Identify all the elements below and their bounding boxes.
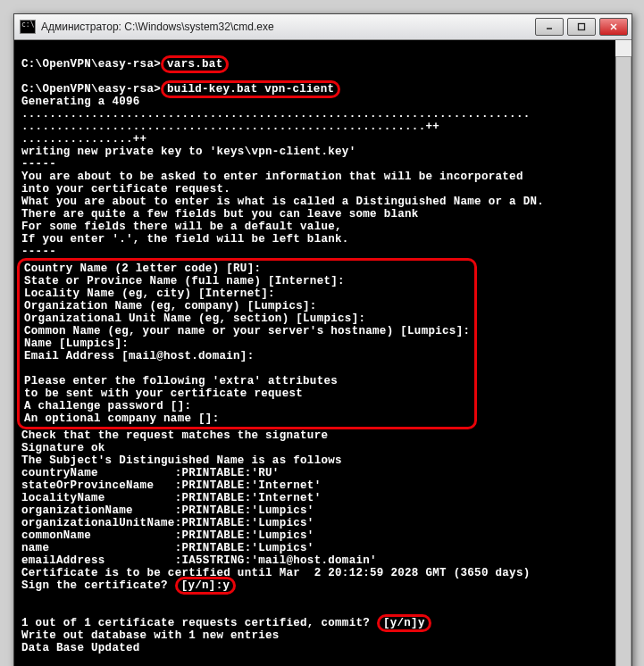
minimize-button[interactable] <box>535 18 564 36</box>
cmd-icon <box>20 20 36 34</box>
line: Organizational Unit Name (eg, section) [… <box>24 312 365 325</box>
scrollbar[interactable]: ▴ ▾ <box>615 40 631 666</box>
line: If you enter '.', the field will be left… <box>21 233 349 246</box>
window-title: Администратор: C:\Windows\system32\cmd.e… <box>41 21 531 33</box>
line: C:\OpenVPN\easy-rsa> <box>21 83 161 96</box>
line: Organization Name (eg, company) [Lumpics… <box>24 300 317 312</box>
line: Please enter the following 'extra' attri… <box>24 375 338 387</box>
line: ----- <box>21 246 56 258</box>
line: Common Name (eg, your name or your serve… <box>24 325 470 337</box>
cmd-window: Администратор: C:\Windows\system32\cmd.e… <box>13 13 632 666</box>
line: Locality Name (eg, city) [Internet]: <box>24 287 275 300</box>
line: Write out database with 1 new entries <box>21 629 280 642</box>
scroll-thumb[interactable] <box>615 56 631 666</box>
line: countryName :PRINTABLE:'RU' <box>21 467 280 479</box>
line: Email Address [mail@host.domain]: <box>24 350 254 362</box>
line: Sign the certificate? <box>21 579 175 592</box>
line: commonName :PRINTABLE:'Lumpics' <box>21 529 314 542</box>
terminal-output[interactable]: C:\OpenVPN\easy-rsa>vars.bat C:\OpenVPN\… <box>14 40 631 666</box>
titlebar[interactable]: Администратор: C:\Windows\system32\cmd.e… <box>14 14 631 40</box>
line: emailAddress :IA5STRING:'mail@host.domai… <box>21 554 377 567</box>
line: writing new private key to 'keys\vpn-cli… <box>21 146 355 158</box>
yn-highlight: [y/n]:y <box>175 577 237 595</box>
line: Name [Lumpics]: <box>24 337 129 350</box>
line: The Subject's Distinguished Name is as f… <box>21 454 342 467</box>
line: 1 out of 1 certificate requests certifie… <box>21 617 377 629</box>
line: stateOrProvinceName :PRINTABLE:'Internet… <box>21 479 321 492</box>
line: Check that the request matches the signa… <box>21 429 328 442</box>
svg-rect-1 <box>579 24 585 30</box>
line: to be sent with your certificate request <box>24 387 303 400</box>
line: You are about to be asked to enter infor… <box>21 171 523 183</box>
line: There are quite a few fields but you can… <box>21 208 419 221</box>
line: C:\OpenVPN\easy-rsa> <box>21 58 161 71</box>
line: For some fields there will be a default … <box>21 221 342 233</box>
cmd-highlight: build-key.bat vpn-client <box>161 80 340 98</box>
line: localityName :PRINTABLE:'Internet' <box>21 492 321 504</box>
line: Certificate is to be certified until Mar… <box>21 567 531 579</box>
scroll-track[interactable] <box>615 56 631 666</box>
line: ........................................… <box>21 108 531 121</box>
line: organizationalUnitName:PRINTABLE:'Lumpic… <box>21 517 314 529</box>
line: Generating a 4096 <box>21 96 146 108</box>
line: into your certificate request. <box>21 183 230 196</box>
line: State or Province Name (full name) [Inte… <box>24 275 345 287</box>
line: What you are about to enter is what is c… <box>21 196 544 208</box>
maximize-button[interactable] <box>567 18 596 36</box>
line: ----- <box>21 158 56 171</box>
cmd-highlight: vars.bat <box>161 55 229 73</box>
yn-highlight: [y/n]y <box>377 614 431 632</box>
close-button[interactable] <box>599 18 628 36</box>
cert-fields-highlight: Country Name (2 letter code) [RU]: State… <box>17 258 477 429</box>
line: An optional company name []: <box>24 412 219 425</box>
line: ........................................… <box>21 121 439 133</box>
line: name :PRINTABLE:'Lumpics' <box>21 542 314 554</box>
line: organizationName :PRINTABLE:'Lumpics' <box>21 504 314 517</box>
line: Country Name (2 letter code) [RU]: <box>24 262 261 275</box>
line: Data Base Updated <box>21 642 140 654</box>
line: A challenge password []: <box>24 400 191 412</box>
line: Signature ok <box>21 442 105 454</box>
line: ................++ <box>21 133 146 146</box>
